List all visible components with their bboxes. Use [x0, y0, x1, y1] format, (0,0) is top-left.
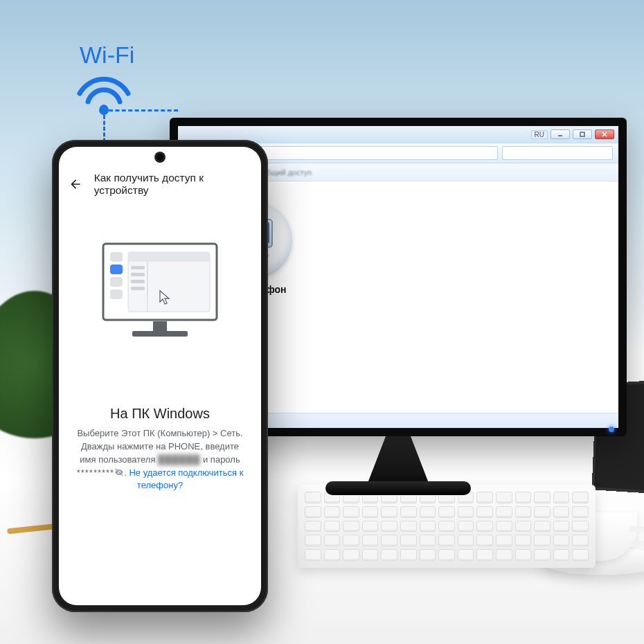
svg-rect-19: [128, 252, 210, 262]
wifi-label: Wi-Fi: [80, 42, 134, 69]
svg-rect-15: [110, 265, 123, 274]
phone: Как получить доступ к устройству: [52, 140, 268, 612]
text: и пароль: [200, 454, 240, 465]
svg-rect-17: [110, 289, 123, 299]
svg-rect-2: [580, 132, 584, 136]
monitor-base: [325, 481, 471, 495]
password-masked: *********: [77, 467, 115, 478]
language-indicator[interactable]: RU: [531, 130, 548, 139]
close-button[interactable]: [595, 129, 614, 139]
instruction-text: Выберите Этот ПК (Компьютер) > Сеть. Два…: [59, 422, 261, 492]
toolbar-item[interactable]: Общий доступ: [260, 168, 312, 177]
svg-rect-22: [131, 273, 145, 276]
help-link[interactable]: Не удается подключиться к телефону?: [129, 467, 243, 491]
wifi-connector: [109, 109, 178, 111]
phone-header: Как получить доступ к устройству: [59, 166, 261, 202]
svg-rect-23: [131, 280, 145, 283]
svg-rect-12: [153, 321, 167, 331]
minimize-button[interactable]: [551, 129, 570, 139]
arrow-left-icon: [69, 177, 82, 191]
svg-rect-13: [132, 331, 188, 337]
wifi-node-dot: [99, 105, 109, 115]
pc-illustration: [91, 237, 229, 357]
svg-rect-14: [110, 252, 123, 262]
maximize-button[interactable]: [573, 129, 592, 139]
phone-keyword: PHONE: [168, 441, 200, 451]
username-masked: ██████: [158, 454, 200, 465]
section-title: На ПК Windows: [59, 406, 261, 422]
page-title: Как получить доступ к устройству: [94, 172, 251, 197]
svg-rect-21: [131, 266, 145, 269]
svg-rect-24: [131, 287, 145, 290]
svg-rect-16: [110, 277, 123, 287]
phone-screen: Как получить доступ к устройству: [59, 147, 261, 605]
eye-off-icon: [114, 467, 124, 477]
search-box[interactable]: [502, 146, 613, 160]
keyboard: [298, 485, 596, 568]
back-button[interactable]: [69, 177, 83, 192]
